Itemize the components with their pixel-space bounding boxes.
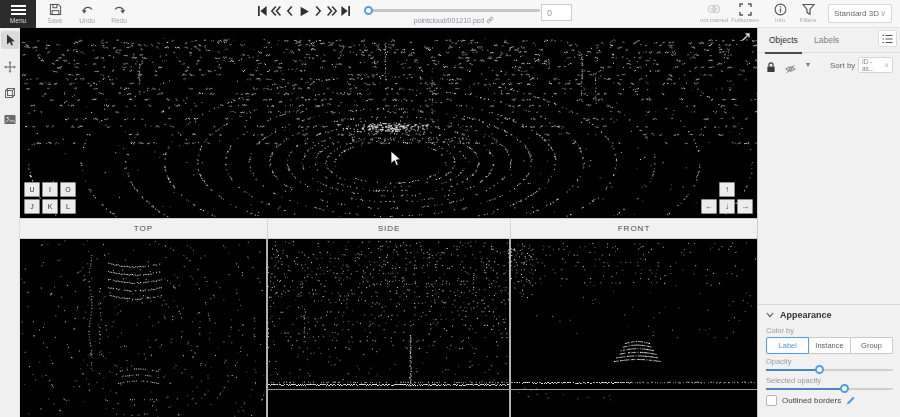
- chevron-down-icon: ∨: [884, 61, 889, 69]
- rotate-hint-keys: U I O J K L: [24, 182, 76, 214]
- nav-up-button[interactable]: ↑: [719, 182, 735, 197]
- color-by-label-button[interactable]: Label: [766, 337, 809, 354]
- fast-forward-icon: [326, 5, 338, 17]
- key-o-button[interactable]: O: [60, 182, 76, 197]
- playback-controls: [256, 4, 352, 18]
- sidebar-tabs: Objects Labels: [758, 28, 900, 53]
- step-forward-button[interactable]: [312, 4, 324, 18]
- pointcloud-labeling-app: Menu Save Undo Redo pointclou: [0, 0, 900, 417]
- key-i-button[interactable]: I: [42, 182, 58, 197]
- frame-slider[interactable]: [368, 9, 540, 12]
- fullscreen-button[interactable]: Fullscreen: [727, 3, 763, 23]
- sort-select[interactable]: ID - as... ∨: [858, 57, 893, 73]
- expand-view-icon[interactable]: [741, 32, 751, 42]
- left-toolbar: [0, 28, 20, 417]
- select-tool-button[interactable]: [1, 31, 19, 49]
- fast-backward-icon: [270, 5, 282, 17]
- sort-by-label: Sort by: [830, 61, 855, 70]
- tab-labels[interactable]: Labels: [814, 35, 839, 45]
- nav-left-button[interactable]: ←: [701, 199, 717, 214]
- skip-end-button[interactable]: [340, 4, 352, 18]
- image-view-tool-button[interactable]: [1, 110, 19, 128]
- opacity-slider-thumb[interactable]: [815, 365, 824, 374]
- projection-views-header: TOP SIDE FRONT: [20, 218, 757, 239]
- chevron-down-icon: ∨: [880, 9, 886, 18]
- undo-button[interactable]: Undo: [72, 3, 102, 24]
- nav-right-button[interactable]: →: [737, 199, 753, 214]
- link-icon: [486, 16, 494, 24]
- cursor-icon: [5, 34, 16, 46]
- key-l-button[interactable]: L: [60, 199, 76, 214]
- main-3d-view[interactable]: U I O J K L ↑ ← ↓ →: [20, 28, 757, 218]
- key-j-button[interactable]: J: [24, 199, 40, 214]
- cuboid-tool-button[interactable]: [1, 84, 19, 102]
- frame-slider-thumb[interactable]: [364, 6, 373, 15]
- color-by-group-button[interactable]: Group: [850, 337, 893, 354]
- play-icon: [298, 5, 310, 18]
- pan-tool-button[interactable]: [1, 58, 19, 76]
- fast-backward-button[interactable]: [270, 4, 282, 18]
- fullscreen-label: Fullscreen: [727, 17, 763, 23]
- play-button[interactable]: [298, 4, 310, 18]
- skip-end-icon: [340, 5, 352, 17]
- eye-slash-icon: [785, 64, 796, 74]
- key-u-button[interactable]: U: [24, 182, 40, 197]
- frame-number-input[interactable]: [541, 4, 572, 21]
- selected-opacity-label: Selected opacity: [766, 376, 821, 385]
- step-backward-icon: [284, 5, 296, 17]
- selected-opacity-slider-fill: [766, 388, 845, 390]
- front-view-canvas[interactable]: [511, 239, 757, 417]
- brain-icon: [707, 3, 721, 16]
- save-button[interactable]: Save: [40, 3, 70, 24]
- step-forward-icon: [312, 5, 324, 17]
- filters-button[interactable]: Filters: [790, 3, 826, 23]
- topbar: Menu Save Undo Redo pointclou: [0, 0, 900, 28]
- fast-forward-button[interactable]: [326, 4, 338, 18]
- color-by-label: Color by: [766, 326, 794, 335]
- appearance-panel: Appearance Color by Label Instance Group…: [758, 304, 900, 417]
- ground-divider: [268, 389, 757, 390]
- info-icon: [774, 3, 787, 16]
- filter-icon: [802, 3, 815, 16]
- opacity-label: Opacity: [766, 357, 791, 366]
- redo-icon: [113, 3, 126, 16]
- color-by-instance-button[interactable]: Instance: [808, 337, 851, 354]
- top-view-canvas[interactable]: [20, 239, 266, 417]
- mode-select[interactable]: Standard 3D ∨: [828, 4, 892, 23]
- selected-opacity-slider[interactable]: [766, 388, 893, 390]
- skip-start-button[interactable]: [256, 4, 268, 18]
- color-by-group: Label Instance Group: [766, 337, 893, 354]
- menu-label: Menu: [10, 17, 26, 24]
- appearance-header[interactable]: Appearance: [766, 310, 832, 320]
- filters-label: Filters: [790, 17, 826, 23]
- top-view-label: TOP: [20, 219, 267, 238]
- hide-all-button[interactable]: [785, 60, 796, 78]
- save-label: Save: [40, 17, 70, 24]
- nav-down-button[interactable]: ↓: [719, 199, 735, 214]
- perspective-view-canvas[interactable]: [20, 28, 757, 218]
- selected-opacity-slider-thumb[interactable]: [840, 384, 849, 393]
- layout-options-button[interactable]: [878, 30, 897, 47]
- cuboid-icon: [4, 87, 16, 99]
- redo-button[interactable]: Redo: [104, 3, 134, 24]
- side-view-canvas[interactable]: [268, 239, 509, 417]
- dataset-filename: pointcloud/001210.pcd: [360, 16, 548, 24]
- undo-label: Undo: [72, 17, 102, 24]
- undo-icon: [81, 3, 94, 16]
- save-icon: [49, 3, 62, 16]
- objects-list-empty: [758, 78, 900, 304]
- chevron-down-icon: [766, 312, 774, 318]
- expand-list-button[interactable]: ▾: [806, 60, 810, 69]
- key-k-button[interactable]: K: [42, 199, 58, 214]
- lock-all-button[interactable]: [766, 59, 776, 77]
- pencil-icon[interactable]: [846, 396, 855, 405]
- tab-objects[interactable]: Objects: [769, 35, 798, 45]
- lock-icon: [766, 62, 776, 73]
- step-backward-button[interactable]: [284, 4, 296, 18]
- front-view-label: FRONT: [510, 219, 757, 238]
- opacity-slider[interactable]: [766, 369, 893, 371]
- menu-button[interactable]: Menu: [0, 0, 36, 28]
- outlined-borders-checkbox[interactable]: [766, 395, 777, 406]
- move-icon: [4, 61, 16, 73]
- mouse-cursor-icon: [390, 150, 402, 167]
